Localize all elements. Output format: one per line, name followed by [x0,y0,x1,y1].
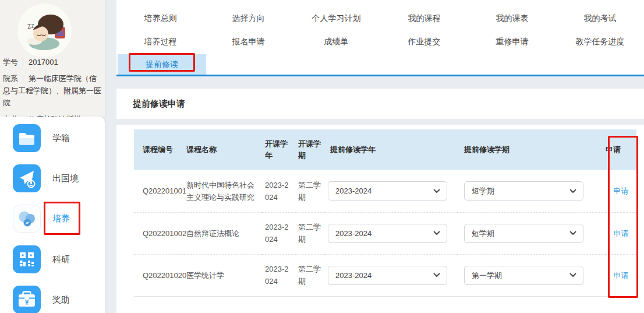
sidebar-item-training[interactable]: 培养 [13,205,94,233]
course-name: 医学统计学 [184,254,262,296]
apply-link[interactable]: 申请 [614,187,629,195]
svg-text:¥: ¥ [25,298,29,307]
early-year-select[interactable]: 2023-2024 [328,266,447,285]
sidebar-profile-section: Zz 学号2017001 院系第一临床医学院（信息与工程学院）、附属第一医院 专… [0,0,105,117]
col-header-open-term: 开课学期 [296,129,325,170]
col-header-early-year: 提前修读学年 [325,129,457,170]
student-dept-row: 院系第一临床医学院（信息与工程学院）、附属第一医院 [3,72,103,109]
sidebar-menu: 学籍 出国境 培养 [0,117,105,313]
sidebar-item-label: 学籍 [52,133,70,144]
page-header: 提前修读申请 [116,89,644,119]
avatar-illustration: Zz [17,3,72,58]
sidebar-item-label: 培养 [52,213,70,224]
nav-item-training-rules[interactable]: 培养总则 [116,12,204,24]
student-id-row: 学号2017001 [3,56,103,68]
col-header-open-year: 开课学年 [262,129,296,170]
early-study-table: 课程编号 课程名称 开课学年 开课学期 提前修读学年 提前修读学期 申请 Q20… [134,129,636,297]
nav-item-registration[interactable]: 报名申请 [204,35,292,48]
course-name: 新时代中国特色社会主义理论与实践研究 [184,170,262,212]
open-year: 2023-2024 [262,254,296,296]
sidebar-item-label: 科研 [52,254,70,265]
open-term: 第二学期 [296,170,325,212]
nav-item-my-courses[interactable]: 我的课程 [380,12,468,24]
course-code: Q202201001 [134,170,184,212]
nav-item-personal-study-plan[interactable]: 个人学习计划 [292,12,380,24]
early-term-select[interactable]: 短学期 [464,181,583,201]
apply-link[interactable]: 申请 [614,229,629,238]
early-year-select[interactable]: 2023-2024 [328,181,447,201]
course-code: Q202201020 [134,254,184,296]
table-row: Q202201001 新时代中国特色社会主义理论与实践研究 2023-2024 … [134,170,636,212]
open-year: 2023-2024 [262,170,296,212]
clouds-icon [13,205,41,233]
early-year-select[interactable]: 2023-2024 [328,224,447,243]
tab-underline [116,75,644,76]
early-term-select[interactable]: 第一学期 [464,266,583,285]
nav-item-training-process[interactable]: 培养过程 [116,35,204,48]
sidebar-item-label: 出国境 [52,173,79,184]
student-id-value: 2017001 [29,58,58,66]
table-row: Q202201020 医学统计学 2023-2024 第二学期 2023-202… [134,254,636,296]
briefcase-icon: ¥ [13,286,41,313]
nav-item-teaching-task-progress[interactable]: 教学任务进度 [556,35,644,48]
tab-early-study[interactable]: 提前修读 [118,54,206,75]
content-panel: 课程编号 课程名称 开课学年 开课学期 提前修读学年 提前修读学期 申请 Q20… [116,125,644,313]
divider [23,75,23,82]
nav-item-homework-submit[interactable]: 作业提交 [380,35,468,48]
folder-icon [13,124,41,152]
sidebar-item-label: 奖助 [52,294,70,305]
col-header-apply: 申请 [606,129,636,170]
table-header-row: 课程编号 课程名称 开课学年 开课学期 提前修读学年 提前修读学期 申请 [134,129,636,170]
nav-row-2: 培养过程 报名申请 成绩单 作业提交 重修申请 教学任务进度 [116,35,644,48]
course-name: 自然辩证法概论 [184,212,262,254]
course-code: Q202201002 [134,212,184,254]
col-header-early-term: 提前修读学期 [457,129,606,170]
nav-item-my-timetable[interactable]: 我的课表 [468,12,556,24]
student-id-label: 学号 [3,58,18,66]
sidebar-item-research[interactable]: 科研 [13,245,94,273]
early-term-select[interactable]: 短学期 [464,224,583,243]
nav-item-choose-direction[interactable]: 选择方向 [204,12,292,24]
open-term: 第二学期 [296,254,325,296]
sidebar-item-scholarship[interactable]: ¥ 奖助 [13,286,94,313]
table-row: Q202201002 自然辩证法概论 2023-2024 第二学期 2023-2… [134,212,636,254]
plane-icon [13,164,41,192]
page-title: 提前修读申请 [133,99,185,110]
student-dept-label: 院系 [3,74,18,83]
open-term: 第二学期 [296,212,325,254]
col-header-course-code: 课程编号 [134,129,184,170]
nav-item-retake-apply[interactable]: 重修申请 [468,35,556,48]
divider [23,58,23,65]
col-header-course-name: 课程名称 [184,129,262,170]
qrcode-icon [13,245,41,273]
nav-item-my-exams[interactable]: 我的考试 [556,12,644,24]
sidebar-item-student-status[interactable]: 学籍 [13,124,94,152]
apply-link[interactable]: 申请 [614,271,629,280]
nav-row-1: 培养总则 选择方向 个人学习计划 我的课程 我的课表 我的考试 [116,12,644,24]
open-year: 2023-2024 [262,212,296,254]
nav-item-transcript[interactable]: 成绩单 [292,35,380,48]
avatar: Zz [17,3,72,58]
sidebar-item-abroad[interactable]: 出国境 [13,164,94,192]
